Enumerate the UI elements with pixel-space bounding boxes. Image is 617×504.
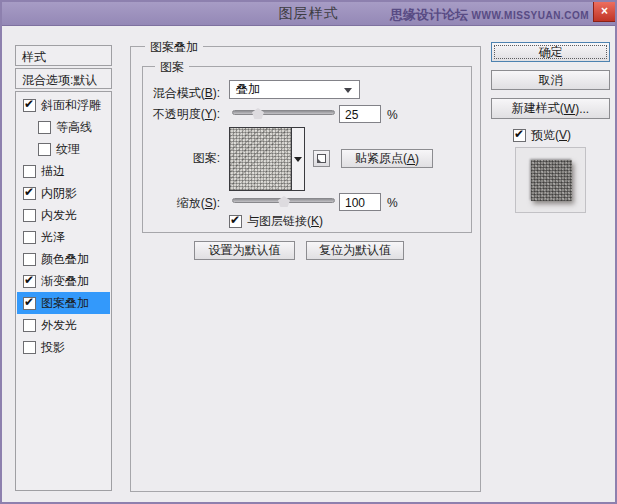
sidebar-item-texture[interactable]: 纹理 [17,138,110,160]
sidebar-item-stroke[interactable]: 描边 [17,160,110,182]
blend-mode-value: 叠加 [236,81,260,98]
effects-list: ✔ 斜面和浮雕 等高线 纹理 描边 ✔ 内阴影 内发光 光泽 颜色叠 [15,91,112,491]
outer-glow-checkbox[interactable] [23,319,36,332]
sidebar-item-contour[interactable]: 等高线 [17,116,110,138]
opacity-label: 不透明度(Y): [153,106,220,123]
sidebar-item-label: 光泽 [41,229,65,246]
watermark-url: WWW.MISSYUAN.COM [472,10,589,21]
link-with-layer-checkbox[interactable]: ✔ [229,215,242,228]
inner-glow-checkbox[interactable] [23,209,36,222]
new-preset-icon [317,154,326,163]
sidebar-item-inner-shadow[interactable]: ✔ 内阴影 [17,182,110,204]
opacity-unit: % [387,108,398,122]
chevron-down-icon [344,88,352,93]
pattern-subgroup-title: 图案 [155,59,189,76]
sidebar-item-label: 颜色叠加 [41,251,89,268]
new-pattern-preset-button[interactable] [313,150,330,167]
style-preview-thumbnail [531,160,572,201]
link-with-layer-label: 与图层链接(K) [247,213,323,230]
preview-checkbox[interactable]: ✔ [513,129,526,142]
sidebar-item-label: 外发光 [41,317,77,334]
chevron-down-icon [294,157,302,162]
preview-label: 预览(V) [531,127,571,144]
sidebar-item-inner-glow[interactable]: 内发光 [17,204,110,226]
sidebar-item-label: 斜面和浮雕 [41,97,101,114]
sidebar-item-pattern-overlay[interactable]: ✔ 图案叠加 [17,292,110,314]
blend-mode-select[interactable]: 叠加 [229,80,360,99]
pattern-thumbnail[interactable] [230,128,292,190]
check-icon: ✔ [514,127,524,142]
pattern-label: 图案: [193,150,220,167]
sidebar-item-drop-shadow[interactable]: 投影 [17,336,110,358]
check-icon: ✔ [24,295,34,310]
titlebar[interactable]: 图层样式 思缘设计论坛 WWW.MISSYUAN.COM × [2,2,615,26]
pattern-overlay-group-title: 图案叠加 [145,39,203,56]
scale-unit: % [387,196,398,210]
pattern-overlay-checkbox[interactable]: ✔ [23,297,36,310]
styles-label: 样式 [16,46,111,66]
sidebar-item-label: 图案叠加 [41,295,89,312]
gradient-overlay-checkbox[interactable]: ✔ [23,275,36,288]
sidebar-item-label: 纹理 [56,141,80,158]
link-with-layer-row[interactable]: ✔ 与图层链接(K) [229,213,323,230]
styles-header-box[interactable]: 样式 [15,45,112,66]
sidebar-item-outer-glow[interactable]: 外发光 [17,314,110,336]
blend-mode-label: 混合模式(B): [153,85,220,102]
scale-label: 缩放(S): [177,195,220,212]
sidebar-item-bevel-emboss[interactable]: ✔ 斜面和浮雕 [17,94,110,116]
sidebar-item-color-overlay[interactable]: 颜色叠加 [17,248,110,270]
bevel-emboss-checkbox[interactable]: ✔ [23,99,36,112]
snap-to-origin-button[interactable]: 贴紧原点(A) [341,149,433,168]
pattern-picker-arrow[interactable] [292,128,304,190]
sidebar-item-gradient-overlay[interactable]: ✔ 渐变叠加 [17,270,110,292]
new-style-button[interactable]: 新建样式(W)... [491,98,610,119]
contour-checkbox[interactable] [38,121,51,134]
sidebar-item-label: 等高线 [56,119,92,136]
sidebar-item-satin[interactable]: 光泽 [17,226,110,248]
check-icon: ✔ [24,273,34,288]
sidebar-item-label: 描边 [41,163,65,180]
style-preview-box [515,147,586,213]
inner-shadow-checkbox[interactable]: ✔ [23,187,36,200]
close-icon[interactable]: × [593,2,615,22]
check-icon: ✔ [24,185,34,200]
sidebar-item-label: 内阴影 [41,185,77,202]
layer-style-dialog: 图层样式 思缘设计论坛 WWW.MISSYUAN.COM × 样式 混合选项:默… [0,0,617,504]
sidebar-item-label: 内发光 [41,207,77,224]
texture-checkbox[interactable] [38,143,51,156]
pattern-picker[interactable] [229,127,305,191]
set-default-button[interactable]: 设置为默认值 [194,241,295,260]
sidebar-item-label: 渐变叠加 [41,273,89,290]
opacity-input[interactable]: 25 [339,105,381,123]
sidebar-item-blending-options[interactable]: 混合选项:默认 [15,68,112,89]
cancel-button[interactable]: 取消 [491,70,610,90]
check-icon: ✔ [230,213,240,228]
sidebar-item-label: 投影 [41,339,65,356]
satin-checkbox[interactable] [23,231,36,244]
color-overlay-checkbox[interactable] [23,253,36,266]
blending-options-label: 混合选项:默认 [16,69,111,89]
opacity-slider-track[interactable] [232,110,335,115]
drop-shadow-checkbox[interactable] [23,341,36,354]
ok-button[interactable]: 确定 [491,42,610,62]
watermark-name: 思缘设计论坛 [390,7,472,22]
preview-row[interactable]: ✔ 预览(V) [513,127,571,144]
scale-input[interactable]: 100 [339,193,381,211]
watermark: 思缘设计论坛 WWW.MISSYUAN.COM [390,6,589,24]
check-icon: ✔ [24,97,34,112]
stroke-checkbox[interactable] [23,165,36,178]
reset-default-button[interactable]: 复位为默认值 [306,241,404,260]
